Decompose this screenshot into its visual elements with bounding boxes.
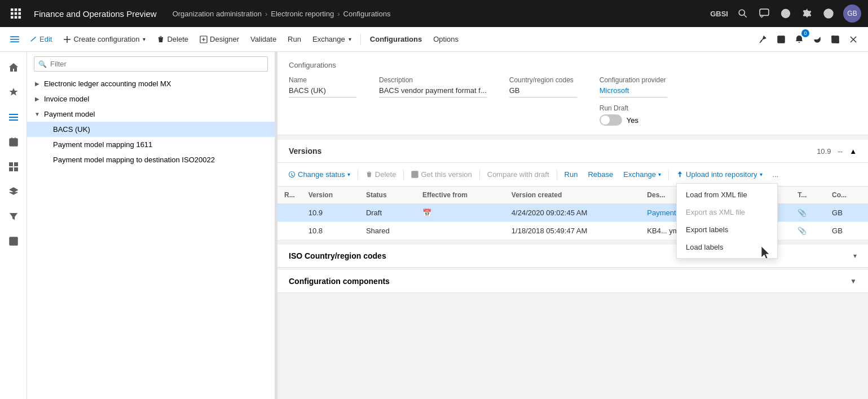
config-fields: Name BACS (UK) Description BACS vendor p…: [289, 76, 857, 126]
iso-section-header[interactable]: ISO Country/region codes ▾: [277, 245, 868, 268]
run-draft-yes: Yes: [627, 116, 638, 125]
cell-country-1: GB: [825, 222, 868, 240]
edit-button[interactable]: Edit: [25, 32, 56, 47]
calendar-icon-0: 📅: [422, 209, 431, 217]
tree-item-2[interactable]: ▼ Payment model: [27, 107, 275, 122]
versions-toolbar: Change status ▾ Delete Get this version …: [277, 163, 868, 187]
rebase-button[interactable]: Rebase: [584, 167, 617, 181]
user-avatar[interactable]: GB: [843, 5, 861, 23]
col-r: R...: [277, 187, 302, 204]
run-button[interactable]: Run: [283, 32, 306, 47]
load-labels-item[interactable]: Load labels: [677, 238, 777, 256]
svg-point-14: [786, 12, 787, 13]
expand-icon-btn[interactable]: [773, 32, 789, 47]
col-country: Co...: [825, 187, 868, 204]
config-components-header[interactable]: Configuration components ▼: [277, 270, 868, 293]
name-label: Name: [289, 76, 356, 84]
pin-icon-btn[interactable]: [755, 32, 771, 47]
col-effective-from: Effective from: [416, 187, 505, 204]
settings-icon-btn[interactable]: [800, 7, 814, 20]
main-content: Configurations Name BACS (UK) Descriptio…: [277, 52, 868, 399]
tree-item-5[interactable]: Payment model mapping to destination ISO…: [27, 152, 275, 167]
close-icon-btn[interactable]: [845, 32, 861, 47]
cell-version-1: 10.8: [302, 222, 359, 240]
create-config-button[interactable]: Create configuration ▾: [59, 32, 150, 47]
col-status: Status: [359, 187, 416, 204]
cell-t-1: 📎: [791, 222, 825, 240]
cell-r-1: [277, 222, 302, 240]
breadcrumb: Organization administration › Electronic…: [173, 10, 391, 18]
cell-created-0: 4/24/2020 09:02:45 AM: [505, 204, 640, 222]
config-section-title: Configurations: [289, 61, 857, 69]
load-from-xml-item[interactable]: Load from XML file: [677, 186, 777, 203]
filter-input[interactable]: [34, 56, 268, 72]
cell-version-0: 10.9: [302, 204, 359, 222]
version-run-button[interactable]: Run: [561, 167, 582, 181]
vtool-sep-5: [668, 170, 669, 180]
list-active-icon[interactable]: [2, 106, 25, 128]
version-exchange-chevron: ▾: [658, 171, 661, 178]
cell-created-1: 1/18/2018 05:49:47 AM: [505, 222, 640, 240]
col-version: Version: [302, 187, 359, 204]
versions-expand-icon[interactable]: ▲: [849, 147, 857, 156]
export-as-xml-item[interactable]: Export as XML file: [677, 203, 777, 221]
configurations-tab[interactable]: Configurations: [365, 32, 426, 47]
vtool-sep-3: [479, 170, 480, 180]
get-this-version-button[interactable]: Get this version: [407, 167, 475, 181]
version-exchange-button[interactable]: Exchange ▾: [619, 167, 665, 181]
options-tab[interactable]: Options: [429, 32, 463, 47]
upload-into-repo-button[interactable]: Upload into repository ▾: [672, 167, 766, 181]
home-icon[interactable]: [2, 56, 25, 79]
svg-rect-17: [10, 36, 19, 37]
validate-button[interactable]: Validate: [246, 32, 281, 47]
tree-search-icon: 🔍: [38, 60, 47, 68]
table-row: 10.8 Shared 1/18/2018 05:49:47 AM KB4...…: [277, 222, 868, 240]
tree-item-1[interactable]: ▶ Invoice model: [27, 91, 275, 107]
grid-nav-icon[interactable]: [2, 156, 25, 178]
chat-icon-btn[interactable]: [757, 7, 771, 20]
designer-button[interactable]: Designer: [195, 32, 244, 47]
svg-rect-0: [11, 8, 14, 11]
compare-with-draft-button[interactable]: Compare with draft: [483, 167, 553, 181]
refresh-icon-btn[interactable]: [809, 32, 825, 47]
star-icon[interactable]: [2, 81, 25, 104]
svg-rect-29: [10, 139, 17, 146]
filter-icon[interactable]: [2, 205, 25, 228]
tree-item-4[interactable]: Payment model mapping 1611: [27, 137, 275, 152]
svg-rect-36: [14, 167, 18, 171]
run-draft-toggle[interactable]: [600, 114, 622, 126]
col-t: T...: [791, 187, 825, 204]
vtool-sep-2: [403, 170, 404, 180]
notification-icon-btn[interactable]: 0: [791, 32, 807, 47]
breadcrumb-org[interactable]: Organization administration: [173, 10, 262, 18]
breadcrumb-configs[interactable]: Configurations: [343, 10, 391, 18]
exchange-button[interactable]: Exchange ▾: [308, 32, 356, 47]
smiley-icon-btn[interactable]: [779, 7, 792, 20]
change-status-chevron: ▾: [347, 171, 350, 178]
calendar-icon[interactable]: [2, 131, 25, 153]
export-labels-item[interactable]: Export labels: [677, 221, 777, 238]
tree-item-0[interactable]: ▶ Electronic ledger accounting model MX: [27, 76, 275, 91]
delete-button[interactable]: Delete: [152, 32, 193, 47]
provider-value[interactable]: Microsoft: [600, 86, 667, 97]
reports-icon[interactable]: [2, 230, 25, 252]
run-draft-section: Run Draft Yes: [600, 104, 667, 126]
sidebar-toggle-icon[interactable]: [7, 32, 23, 47]
tree-item-3[interactable]: BACS (UK): [27, 122, 275, 137]
version-delete-button[interactable]: Delete: [362, 167, 400, 181]
search-icon-btn[interactable]: [736, 7, 750, 20]
layers-icon[interactable]: [2, 180, 25, 203]
breadcrumb-er[interactable]: Electronic reporting: [271, 10, 334, 18]
maximize-icon-btn[interactable]: [827, 32, 843, 47]
svg-rect-1: [15, 8, 17, 11]
versions-num: 10.9: [817, 147, 831, 156]
breadcrumb-sep-1: ›: [265, 10, 267, 18]
top-nav: Finance and Operations Preview Organizat…: [0, 0, 868, 27]
help-icon-btn[interactable]: ?: [822, 7, 835, 20]
app-grid-button[interactable]: [7, 5, 25, 23]
change-status-button[interactable]: Change status ▾: [284, 167, 354, 181]
tree-items: ▶ Electronic ledger accounting model MX …: [27, 76, 275, 399]
table-header-row: R... Version Status Effective from Versi…: [277, 187, 868, 204]
more-button[interactable]: ...: [769, 167, 783, 181]
vtool-sep-4: [557, 170, 557, 180]
